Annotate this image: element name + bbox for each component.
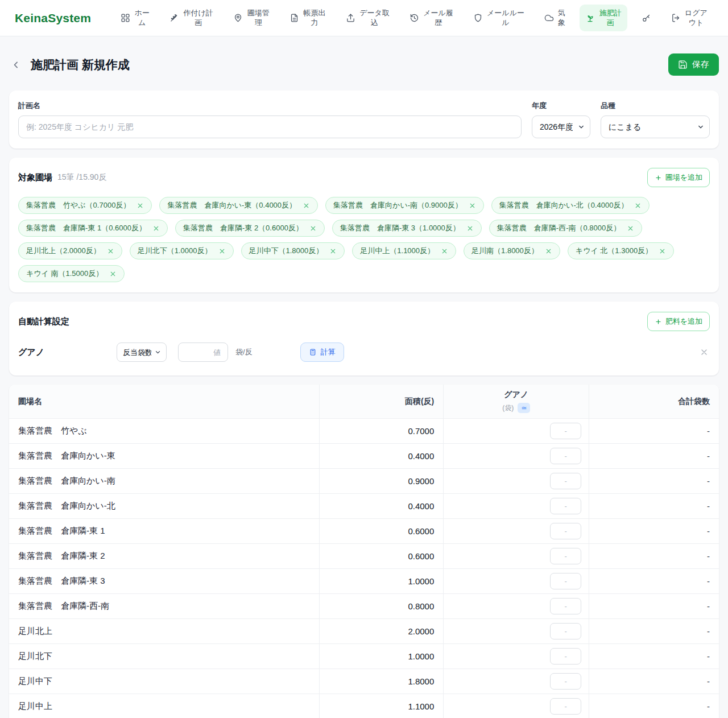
nav-item-data-import[interactable]: データ取込: [340, 5, 395, 32]
calc-value-input[interactable]: [178, 343, 228, 362]
plan-name-input[interactable]: [18, 115, 522, 138]
field-tag: 集落営農 倉庫向かい-東（0.4000反）: [159, 197, 318, 214]
rounding-toggle-badge[interactable]: ≃: [518, 403, 530, 413]
area-cell: 0.6000: [319, 544, 443, 569]
nav-item-home[interactable]: ホーム: [115, 5, 155, 32]
page-header: 施肥計画 新規作成 保存: [9, 53, 719, 76]
back-button[interactable]: [9, 58, 23, 72]
remove-fertilizer-icon[interactable]: [698, 346, 710, 358]
header-fertilizer: グアノ (袋) ≃: [444, 385, 589, 419]
nav-item-logout[interactable]: ログアウト: [665, 5, 713, 32]
field-tag: 足川北下（1.0000反）: [130, 242, 234, 259]
table-row: 集落営農 倉庫向かい-東 0.4000 -: [9, 444, 719, 469]
nav-item-label: 圃場管理: [247, 9, 270, 28]
fertilizer-name: グアノ: [18, 347, 117, 358]
fertilizer-bags-input[interactable]: [550, 598, 581, 614]
fertilizer-bags-input[interactable]: [550, 548, 581, 564]
plan-form-card: 計画名 年度 2026年度 品種 にこまる: [9, 90, 719, 148]
fertilizer-cell: [444, 594, 589, 619]
fertilizer-bags-input[interactable]: [550, 573, 581, 589]
row-total-cell: -: [589, 494, 719, 519]
add-fertilizer-button[interactable]: 肥料を追加: [647, 312, 710, 331]
table-row: 足川北上 2.0000 -: [9, 619, 719, 644]
tag-close-icon[interactable]: [309, 225, 317, 232]
nav-item-field-management[interactable]: 圃場管理: [228, 5, 275, 32]
tag-close-icon[interactable]: [634, 202, 642, 209]
tag-close-icon[interactable]: [545, 247, 552, 255]
nav-item-label: データ取込: [359, 9, 390, 28]
fertilizer-cell: [444, 444, 589, 469]
calc-mode-select[interactable]: 反当袋数: [117, 343, 167, 362]
row-total-cell: -: [589, 569, 719, 594]
tag-close-icon[interactable]: [329, 247, 337, 255]
tag-close-icon[interactable]: [107, 247, 114, 255]
nav-item-mail-rules[interactable]: メールルール: [468, 5, 530, 32]
chevron-left-icon: [10, 59, 22, 71]
area-cell: 0.8000: [319, 594, 443, 619]
field-name-cell: 足川北下: [9, 644, 319, 669]
field-tag-label: 集落営農 倉庫隣-東 2（0.6000反）: [183, 223, 303, 233]
field-tag: 集落営農 倉庫隣-東 3（1.0000反）: [332, 220, 482, 237]
fertilizer-cell: [444, 694, 589, 718]
fertilizer-bags-input[interactable]: [550, 698, 581, 715]
year-select[interactable]: 2026年度: [532, 115, 590, 138]
tag-close-icon[interactable]: [469, 202, 476, 209]
upload-icon: [346, 13, 355, 23]
target-fields-title: 対象圃場: [18, 172, 52, 183]
save-button[interactable]: 保存: [668, 53, 719, 76]
nav-item-label: メール履歴: [423, 9, 453, 28]
row-total-cell: -: [589, 694, 719, 718]
calculator-icon: [309, 348, 317, 356]
field-tag-label: キウイ 南（1.5000反）: [26, 269, 103, 279]
nav-item-planting-plan[interactable]: 作付け計画: [164, 5, 219, 32]
area-cell: 2.0000: [319, 619, 443, 644]
field-tag: 集落営農 倉庫向かい-南（0.9000反）: [325, 197, 484, 214]
tag-close-icon[interactable]: [218, 247, 226, 255]
field-tag: 集落営農 倉庫隣-西-南（0.8000反）: [489, 220, 642, 237]
tag-close-icon[interactable]: [466, 225, 474, 232]
tag-close-icon[interactable]: [303, 202, 310, 209]
nav-item-report-output[interactable]: 帳票出力: [284, 5, 332, 32]
field-tag-label: 足川北上（2.0000反）: [26, 246, 101, 256]
fertilizer-bags-input[interactable]: [550, 523, 581, 539]
table-row: 集落営農 倉庫隣-東 3 1.0000 -: [9, 569, 719, 594]
sprout-icon: [585, 13, 595, 23]
table-row: 集落営農 倉庫隣-東 2 0.6000 -: [9, 544, 719, 569]
header-fertilizer-unit: (袋): [502, 403, 514, 413]
fertilizer-bags-input[interactable]: [550, 423, 581, 439]
nav-item-api-key[interactable]: [636, 9, 657, 27]
plan-name-label: 計画名: [18, 101, 522, 111]
nav-item-mail-history[interactable]: メール履歴: [404, 5, 459, 32]
add-field-button[interactable]: 圃場を追加: [647, 168, 710, 187]
fertilizer-bags-input[interactable]: [550, 623, 581, 639]
tag-close-icon[interactable]: [627, 225, 634, 232]
tag-close-icon[interactable]: [152, 225, 160, 232]
nav-item-fertilization-plan[interactable]: 施肥計画: [580, 5, 627, 32]
table-header-row: 圃場名 面積(反) グアノ (袋) ≃ 合計袋数: [9, 385, 719, 419]
field-name-cell: 集落営農 倉庫隣-東 1: [9, 519, 319, 544]
field-tag: キウイ 南（1.5000反）: [18, 265, 125, 282]
fertilizer-bags-input[interactable]: [550, 648, 581, 665]
grid-icon: [121, 13, 130, 23]
tag-close-icon[interactable]: [136, 202, 144, 209]
fertilizer-bags-input[interactable]: [550, 498, 581, 514]
table-body: 集落営農 竹やぶ 0.7000 - 集落営農 倉庫向かい-東 0.4000: [9, 419, 719, 718]
fertilizer-bags-input[interactable]: [550, 673, 581, 690]
calculate-button[interactable]: 計算: [300, 343, 344, 362]
header-total-bags: 合計袋数: [589, 385, 719, 419]
table-row: 集落営農 倉庫隣-西-南 0.8000 -: [9, 594, 719, 619]
tag-close-icon[interactable]: [441, 247, 448, 255]
area-cell: 1.8000: [319, 669, 443, 694]
variety-select[interactable]: にこまる: [601, 115, 710, 138]
tag-close-icon[interactable]: [659, 247, 666, 255]
tag-close-icon[interactable]: [109, 270, 117, 278]
fertilizer-bags-input[interactable]: [550, 448, 581, 464]
fertilizer-cell: [444, 569, 589, 594]
fertilizer-bags-input[interactable]: [550, 473, 581, 489]
fertilizer-cell: [444, 469, 589, 494]
field-tag-label: 集落営農 倉庫向かい-北（0.4000反）: [499, 200, 628, 211]
nav-item-weather[interactable]: 気象: [539, 5, 572, 32]
history-icon: [410, 13, 419, 23]
fertilizer-cell: [444, 669, 589, 694]
fields-table: 圃場名 面積(反) グアノ (袋) ≃ 合計袋数 集落営農: [9, 385, 719, 718]
